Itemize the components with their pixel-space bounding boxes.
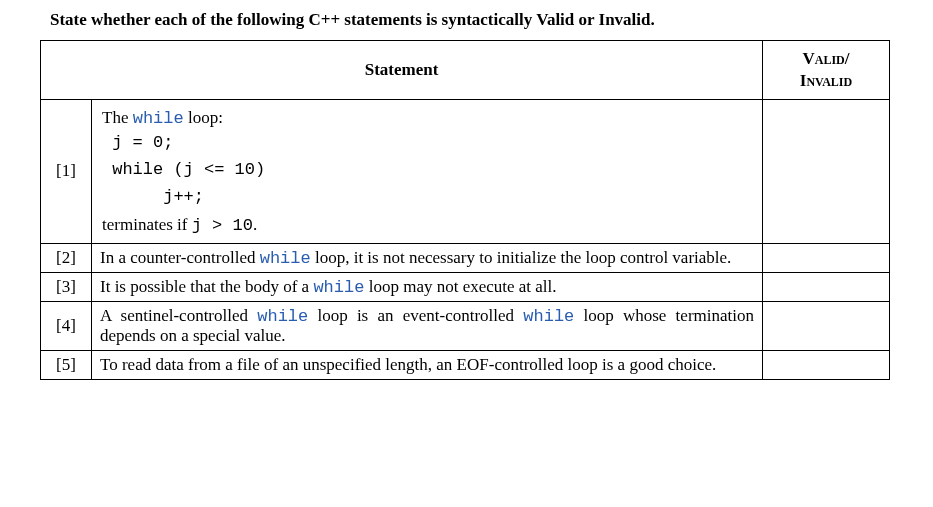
table-row: [4] A sentinel-controlled while loop is … [41,301,890,350]
text: loop may not execute at all. [364,277,556,296]
table-row: [3] It is possible that the body of a wh… [41,272,890,301]
while-keyword: while [260,249,311,268]
row1-terminates: terminates if j > 10. [102,215,752,235]
text: . [253,215,257,234]
row-index: [5] [41,350,92,379]
text: A sentinel-controlled [100,306,257,325]
row-answer[interactable] [763,301,890,350]
header-valid-line1: Valid/ [802,49,849,68]
while-keyword: while [257,307,308,326]
table-header-row: Statement Valid/ Invalid [41,41,890,100]
question-prompt: State whether each of the following C++ … [50,10,893,30]
row-statement: It is possible that the body of a while … [92,272,763,301]
text: To read data from a file of an unspecifi… [100,355,716,374]
text: It is possible that the body of a [100,277,313,296]
row-index: [2] [41,243,92,272]
text: loop, it is not necessary to initialize … [311,248,732,267]
code-line: while (j <= 10) [102,159,752,182]
code-line: j++; [102,186,752,209]
row-statement: The while loop: j = 0; while (j <= 10) j… [92,100,763,244]
text: The [102,108,133,127]
header-valid-invalid: Valid/ Invalid [763,41,890,100]
row1-intro: The while loop: [102,108,752,128]
row-statement: In a counter-controlled while loop, it i… [92,243,763,272]
row-index: [4] [41,301,92,350]
text: loop: [184,108,223,127]
text: terminates if [102,215,192,234]
text: loop is an event-controlled [308,306,523,325]
table-row: [5] To read data from a file of an unspe… [41,350,890,379]
row-index: [3] [41,272,92,301]
row-answer[interactable] [763,350,890,379]
while-keyword: while [133,109,184,128]
row-answer[interactable] [763,243,890,272]
code-line: j = 0; [102,132,752,155]
statements-table: Statement Valid/ Invalid [1] The while l… [40,40,890,380]
while-keyword: while [523,307,574,326]
row-answer[interactable] [763,100,890,244]
row-statement: To read data from a file of an unspecifi… [92,350,763,379]
header-statement: Statement [41,41,763,100]
table-row: [2] In a counter-controlled while loop, … [41,243,890,272]
row-index: [1] [41,100,92,244]
while-keyword: while [313,278,364,297]
inline-code: j > 10 [192,216,253,235]
header-valid-line2: Invalid [800,71,852,90]
text: In a counter-controlled [100,248,260,267]
row-answer[interactable] [763,272,890,301]
table-row: [1] The while loop: j = 0; while (j <= 1… [41,100,890,244]
row-statement: A sentinel-controlled while loop is an e… [92,301,763,350]
